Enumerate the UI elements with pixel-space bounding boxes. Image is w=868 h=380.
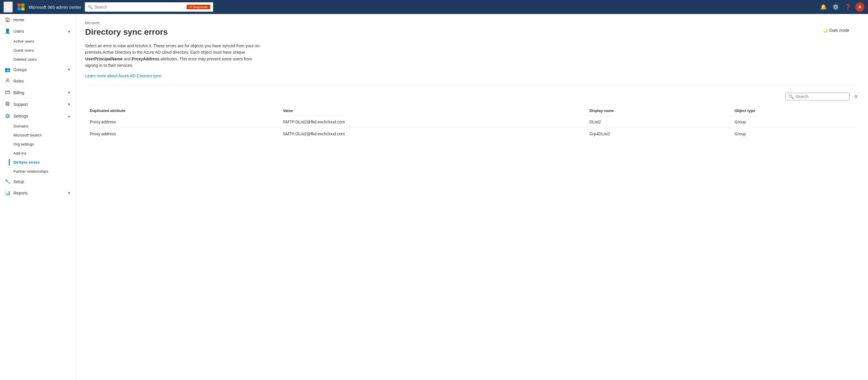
sidebar-item-groups[interactable]: 👥 Groups ▼ xyxy=(0,64,75,75)
partner-relationships-label: Partner relationships xyxy=(13,169,48,174)
main-layout: 🏠 Home 👤 Users ▲ Active users Guest user… xyxy=(0,14,868,380)
page-title: Directory sync errors xyxy=(85,27,859,37)
cell-objecttype: Group xyxy=(730,128,859,140)
svg-rect-1 xyxy=(5,91,10,94)
users-icon: 👤 xyxy=(5,28,10,34)
hamburger-button[interactable]: ☰ xyxy=(3,1,13,12)
sidebar-item-org-settings[interactable]: Org settings xyxy=(13,140,75,149)
sidebar: 🏠 Home 👤 Users ▲ Active users Guest user… xyxy=(0,14,76,380)
logo-area: Microsoft 365 admin center xyxy=(16,2,81,12)
ui-diagnostic-badge[interactable]: UI Diagnostic xyxy=(187,5,210,9)
svg-point-0 xyxy=(7,79,8,81)
sidebar-item-deleted-users[interactable]: Deleted users xyxy=(13,55,75,64)
cell-objecttype: Group xyxy=(730,116,859,128)
chevron-up-icon: ▲ xyxy=(67,29,71,33)
sidebar-label-billing: Billing xyxy=(13,90,64,95)
users-submenu: Active users Guest users Deleted users xyxy=(0,37,75,64)
learn-more-link[interactable]: Learn more about Azure AD Connect sync xyxy=(85,74,161,78)
support-icon xyxy=(5,101,10,107)
top-nav: ☰ Microsoft 365 admin center 🔍 UI Diagno… xyxy=(0,0,868,14)
sidebar-label-support: Support xyxy=(13,102,64,107)
col-duplicated-attribute: Duplicated attribute xyxy=(85,106,278,116)
chevron-up-icon2: ▲ xyxy=(67,114,71,118)
sidebar-label-groups: Groups xyxy=(13,67,64,72)
sidebar-item-add-ins[interactable]: Add-ins xyxy=(13,149,75,158)
table-toolbar: 🔍 ≡ xyxy=(85,92,859,101)
table-row[interactable]: Proxy addressSMTP:DList2@fkd.exchcloud.c… xyxy=(85,116,859,128)
guest-users-label: Guest users xyxy=(13,48,34,53)
dark-mode-toggle[interactable]: 🌙 Dark mode xyxy=(823,28,849,33)
data-table: Duplicated attribute Value Display name … xyxy=(85,106,859,140)
top-nav-right: 🔔 ⚙️ ❓ A xyxy=(818,2,865,12)
col-object-type: Object type xyxy=(730,106,859,116)
bold-upn: UserPrincipalName xyxy=(85,57,122,61)
sidebar-label-setup: Setup xyxy=(13,179,71,184)
settings-button[interactable]: ⚙️ xyxy=(831,2,841,12)
table-search-icon: 🔍 xyxy=(789,94,794,99)
sidebar-label-users: Users xyxy=(13,29,64,33)
sidebar-label-roles: Roles xyxy=(13,79,71,83)
col-value: Value xyxy=(278,106,585,116)
sidebar-item-dirsync-errors[interactable]: DirSync errors xyxy=(13,158,75,167)
sidebar-item-guest-users[interactable]: Guest users xyxy=(13,46,75,55)
cell-duplicatedattribute: Proxy address xyxy=(85,116,278,128)
search-input[interactable] xyxy=(94,5,185,9)
filter-button[interactable]: ≡ xyxy=(853,92,859,101)
description-text: Select an error to view and resolve it. … xyxy=(85,42,266,69)
settings-submenu: Domains Microsoft Search Org settings Ad… xyxy=(0,122,75,176)
sidebar-label-reports: Reports xyxy=(13,191,64,196)
cell-displayname: Grp4DList2 xyxy=(585,128,730,140)
deleted-users-label: Deleted users xyxy=(13,57,37,61)
microsoft-label: Microsoft xyxy=(85,21,859,25)
cell-displayname: DList2 xyxy=(585,116,730,128)
top-search-bar: 🔍 UI Diagnostic xyxy=(85,2,213,12)
sidebar-item-active-users[interactable]: Active users xyxy=(13,37,75,46)
sidebar-item-microsoft-search[interactable]: Microsoft Search xyxy=(13,130,75,140)
table-search-bar: 🔍 xyxy=(785,93,849,100)
chevron-down-icon2: ▼ xyxy=(67,91,71,95)
content-area: 🌙 Dark mode Microsoft Directory sync err… xyxy=(76,14,868,380)
sidebar-label-home: Home xyxy=(13,18,71,22)
bold-proxy: ProxyAddress xyxy=(132,57,159,61)
table-body: Proxy addressSMTP:DList2@fkd.exchcloud.c… xyxy=(85,116,859,140)
sidebar-item-settings[interactable]: ⚙️ Settings ▲ xyxy=(0,110,75,122)
sidebar-item-domains[interactable]: Domains xyxy=(13,122,75,130)
groups-icon: 👥 xyxy=(5,67,10,72)
roles-icon xyxy=(5,78,10,84)
help-button[interactable]: ❓ xyxy=(843,2,853,12)
billing-icon xyxy=(5,90,10,96)
org-settings-label: Org settings xyxy=(13,142,34,146)
microsoft-search-label: Microsoft Search xyxy=(13,133,42,137)
chevron-down-icon4: ▼ xyxy=(67,191,71,195)
svg-point-3 xyxy=(7,103,8,105)
dark-mode-icon: 🌙 xyxy=(823,28,828,33)
setup-icon: 🔧 xyxy=(5,179,10,184)
sidebar-item-partner-relationships[interactable]: Partner relationships xyxy=(13,167,75,176)
cell-value: SMTP:DList2@fkd.exchcloud.com xyxy=(278,116,585,128)
sidebar-item-roles[interactable]: Roles xyxy=(0,75,75,87)
sidebar-item-support[interactable]: Support ▼ xyxy=(0,98,75,110)
dirsync-errors-label: DirSync errors xyxy=(13,160,40,165)
sidebar-item-reports[interactable]: 📊 Reports ▼ xyxy=(0,187,75,199)
cell-value: SMTP:DList2@fkd.exchcloud.com xyxy=(278,128,585,140)
sidebar-item-users[interactable]: 👤 Users ▲ xyxy=(0,25,75,37)
sidebar-item-setup[interactable]: 🔧 Setup xyxy=(0,176,75,187)
search-icon: 🔍 xyxy=(88,5,93,9)
table-search-input[interactable] xyxy=(796,94,846,99)
table-row[interactable]: Proxy addressSMTP:DList2@fkd.exchcloud.c… xyxy=(85,128,859,140)
cell-duplicatedattribute: Proxy address xyxy=(85,128,278,140)
dark-mode-label: Dark mode xyxy=(830,28,849,33)
chevron-down-icon3: ▼ xyxy=(67,103,71,107)
notification-button[interactable]: 🔔 xyxy=(818,2,828,12)
add-ins-label: Add-ins xyxy=(13,151,26,155)
sidebar-item-home[interactable]: 🏠 Home xyxy=(0,14,75,25)
avatar[interactable]: A xyxy=(855,2,865,12)
chevron-down-icon: ▼ xyxy=(67,68,71,72)
domains-label: Domains xyxy=(13,124,28,128)
sidebar-label-settings: Settings xyxy=(13,114,64,118)
table-header: Duplicated attribute Value Display name … xyxy=(85,106,859,116)
content-wrapper: 🌙 Dark mode Microsoft Directory sync err… xyxy=(85,21,859,140)
reports-icon: 📊 xyxy=(5,190,10,196)
settings-nav-icon: ⚙️ xyxy=(5,113,10,119)
sidebar-item-billing[interactable]: Billing ▼ xyxy=(0,87,75,98)
